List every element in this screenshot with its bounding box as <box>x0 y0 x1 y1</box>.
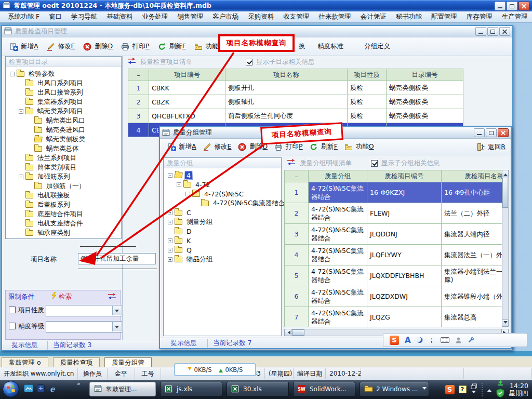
cell[interactable]: 蜗壳类侧板类 <box>387 81 463 95</box>
table-row[interactable]: 1CBKK侧板开孔质检蜗壳类侧板类 <box>128 81 463 95</box>
win2-close-button[interactable] <box>498 128 509 137</box>
expand-toggle[interactable]: + <box>168 257 172 262</box>
taskbar-button[interactable]: 30.xls <box>227 382 289 396</box>
expand-toggle[interactable]: + <box>168 238 172 243</box>
tab-2[interactable]: 精度标准 <box>317 42 343 51</box>
menu-item[interactable]: 库存管理 <box>462 11 497 22</box>
win2-title-bar[interactable]: 质量分组管理 <box>160 127 511 139</box>
filter-checkbox[interactable] <box>9 323 16 329</box>
row-number-cell[interactable]: 2 <box>128 95 149 109</box>
filter-dropdown[interactable] <box>46 305 122 316</box>
column-header[interactable]: 项目编号 <box>149 69 225 81</box>
column-header[interactable]: 目录编号 <box>387 69 463 81</box>
ime-person-icon[interactable] <box>455 337 462 343</box>
menu-item[interactable]: 客户市场 <box>208 11 243 22</box>
cell[interactable]: QHCBFLKTXD <box>149 109 225 123</box>
menu-item[interactable]: 系统功能 F <box>3 11 44 22</box>
cell[interactable]: JLQZDXDWJ <box>367 286 442 307</box>
close-button[interactable] <box>518 2 529 10</box>
tree-item[interactable]: -加强筋系列 <box>8 172 121 181</box>
ime-letterA-icon[interactable]: A <box>405 336 411 345</box>
column-header[interactable]: 项目名称 <box>225 69 348 81</box>
quick-launch-icon[interactable] <box>37 384 46 393</box>
tree-item[interactable]: -检验参数 <box>8 69 121 78</box>
toolbar-add-button[interactable]: 新增A <box>9 42 38 51</box>
cell[interactable]: 质检 <box>348 81 387 95</box>
tree-item[interactable]: +Q <box>166 245 281 255</box>
tree-item[interactable]: 出风口系列项目 <box>8 78 121 88</box>
tree-item[interactable]: 4-72(S)№5C集流器结合 <box>166 198 281 208</box>
swap-arrows-icon[interactable] <box>108 293 117 301</box>
search-label[interactable]: 检索 <box>59 292 72 301</box>
column-header[interactable]: 质检项目编号 <box>367 170 442 182</box>
cell[interactable]: JLQFLYWY <box>367 245 442 265</box>
show-subdir-checkbox[interactable] <box>246 59 252 65</box>
table-row[interactable]: 54-72(S)№5C集流器结合JLQXDDFLYBHBH集流器小端到法兰一 (… <box>285 265 502 286</box>
cell[interactable]: CBZK <box>149 95 225 109</box>
cell[interactable]: 集流器法兰（一）外圆 <box>442 245 502 265</box>
tab-3[interactable]: 分组定义 <box>364 42 390 51</box>
vertical-scrollbar[interactable] <box>502 170 509 327</box>
tree-item[interactable]: 蜗壳类出风口 <box>8 116 121 125</box>
menu-item[interactable]: 采购资料 <box>243 11 278 22</box>
toolbar-func-button[interactable]: 功能O <box>344 142 374 151</box>
toolbar-edit-button[interactable]: 修改E <box>47 42 75 51</box>
collapse-toggle[interactable]: - <box>19 175 23 179</box>
table-row[interactable]: 3QHCBFLKTXD前后侧板法兰孔同心度质检蜗壳类侧板类 <box>128 109 463 123</box>
quick-launch-overflow[interactable]: » <box>77 380 81 387</box>
dropdown-arrow[interactable] <box>112 306 121 315</box>
win2-restore-button[interactable] <box>486 128 497 137</box>
tree-item[interactable]: 后盖板系列 <box>8 200 121 209</box>
menu-item[interactable]: 秘书功能 <box>391 11 427 22</box>
tree-item[interactable]: +K <box>166 236 281 245</box>
cell[interactable]: 4-72(S)№5C集流器结合 <box>309 224 367 245</box>
tree-item[interactable]: 集流器系列项目 <box>8 97 121 107</box>
ie-icon[interactable]: e <box>50 384 59 393</box>
table-row[interactable]: 64-72(S)№5C集流器结合JLQZDXDWJ集流器锥段小端（外径） <box>285 286 502 307</box>
tree-item[interactable]: 法兰系列项目 <box>8 153 121 163</box>
filter-checkbox[interactable] <box>9 307 16 313</box>
table-row[interactable]: 34-72(S)№5C集流器结合JLQDDNJ集流器大端内径 <box>285 224 502 245</box>
filter-dropdown[interactable] <box>46 321 122 332</box>
tab-1[interactable]: 换 <box>299 42 305 51</box>
menu-item[interactable]: 会计凭证 <box>356 11 391 22</box>
tree-item[interactable]: 电机联接板 <box>8 191 121 200</box>
row-number-cell[interactable]: 4 <box>128 123 149 137</box>
expand-toggle[interactable]: + <box>168 248 172 252</box>
swap-arrows-icon[interactable] <box>287 159 296 167</box>
update-icon[interactable] <box>497 380 503 388</box>
cell[interactable]: 16-Φ9孔中心距 <box>442 182 502 203</box>
menu-item[interactable]: 配置管理 <box>427 11 462 22</box>
sogou-tray-icon[interactable]: S <box>445 385 455 394</box>
cell[interactable]: 质检 <box>348 95 387 109</box>
ime-wrench-icon[interactable] <box>468 337 474 343</box>
table-row[interactable]: 2CBZK侧板轴孔质检蜗壳类侧板类 <box>128 95 463 109</box>
taskbar-button[interactable]: 常鼓管理... <box>89 382 156 396</box>
menu-item[interactable]: 收支管理 <box>278 11 314 22</box>
ime-moon-icon[interactable] <box>417 337 423 343</box>
column-header[interactable]: 质量分组 <box>309 170 367 182</box>
cell[interactable]: 侧板轴孔 <box>225 95 348 109</box>
tree-item[interactable]: 底座结合件项目 <box>8 209 121 219</box>
toolbar-print-button[interactable]: 打印P <box>274 142 303 151</box>
cell[interactable]: 集流器总高 <box>442 307 502 327</box>
window-tab-2[interactable]: 质量检查项 <box>53 357 100 367</box>
show-subgroup-checkbox[interactable] <box>371 160 378 167</box>
tree-item[interactable]: 出风口接管系列 <box>8 88 121 97</box>
table-row[interactable]: 14-72(S)№5C集流器结合16-Φ9KZXJ16-Φ9孔中心距 <box>285 182 502 203</box>
menu-item[interactable]: 销售管理 <box>172 11 208 22</box>
tree-item[interactable]: +C <box>166 208 281 217</box>
row-number-cell[interactable]: 6 <box>285 286 309 307</box>
tree-item[interactable]: 蜗壳类进风口 <box>8 125 121 135</box>
dropdown-arrow[interactable] <box>112 322 121 331</box>
taskbar-button[interactable]: SWSolidWork... <box>293 382 355 396</box>
cell[interactable]: 集流器锥段小端（外径） <box>442 286 502 307</box>
tree-item[interactable]: 电机支座结合件 <box>8 219 121 228</box>
cell[interactable]: 4-72(S)№5C集流器结合 <box>309 265 367 286</box>
window-tab-3[interactable]: 质量分组管 <box>104 357 152 367</box>
cell[interactable]: FLEWJ <box>367 203 442 224</box>
quick-launch-icon[interactable] <box>24 384 33 393</box>
column-header[interactable]: 质检项目名称 <box>442 170 502 182</box>
row-number-cell[interactable]: 1 <box>285 182 309 203</box>
menu-item[interactable]: 生产管理 <box>497 11 532 22</box>
